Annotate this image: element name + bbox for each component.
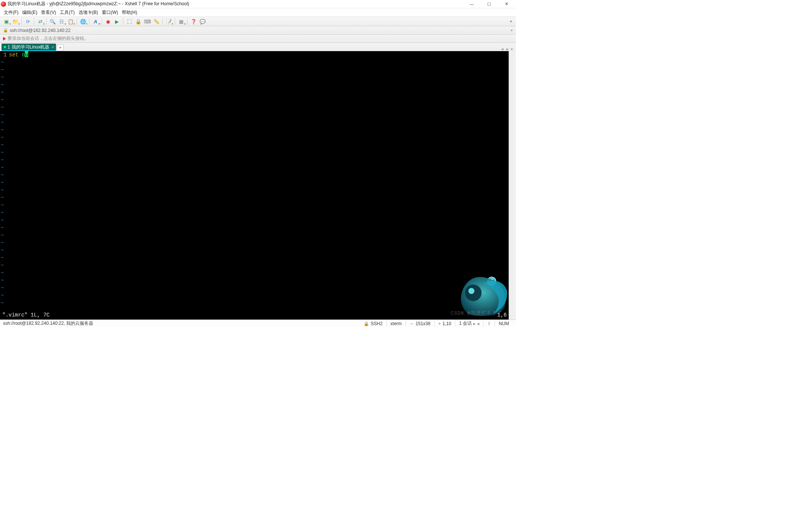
record-button[interactable]: ◉ bbox=[104, 18, 112, 25]
lock-icon: 🔒 bbox=[364, 321, 369, 326]
status-sessions: 1 会话 ▸ ◂ bbox=[455, 320, 483, 327]
separator bbox=[89, 18, 89, 25]
vim-tilde: ~ bbox=[0, 194, 509, 201]
line-number: 1 bbox=[0, 51, 9, 59]
new-session-button[interactable]: ▣ bbox=[2, 18, 11, 25]
vim-tilde: ~ bbox=[0, 59, 509, 66]
vim-tilde: ~ bbox=[0, 89, 509, 96]
terminal[interactable]: 1 set nu ~~~~~~~~~~~~~~~~~~~~~~~~~~~~~~~… bbox=[0, 51, 516, 320]
window-titlebar: 我的学习Linux机器 - yjh@iZ2ze95bg2jfpdmuwpmzwz… bbox=[0, 0, 516, 8]
terminal-cursor: u bbox=[25, 51, 28, 57]
vim-tilde: ~ bbox=[0, 119, 509, 126]
menu-bar: 文件(F) 编辑(E) 查看(V) 工具(T) 选项卡(B) 窗口(W) 帮助(… bbox=[0, 8, 516, 17]
terminal-line: 1 set nu bbox=[0, 51, 509, 59]
vim-tilde: ~ bbox=[0, 156, 509, 164]
vim-tilde: ~ bbox=[0, 126, 509, 134]
search-button[interactable]: 🔍 bbox=[48, 18, 57, 25]
add-tab-button[interactable]: + bbox=[57, 44, 64, 51]
status-sessions-label: 1 会话 bbox=[459, 320, 472, 327]
menu-file[interactable]: 文件(F) bbox=[4, 9, 18, 16]
script-button[interactable]: 📝 bbox=[165, 18, 173, 25]
watermark-text: CSDN @我摆烂不干了 bbox=[451, 310, 502, 317]
vim-tilde: ~ bbox=[0, 104, 509, 111]
tab-list-icon[interactable]: ▾ bbox=[511, 47, 513, 51]
flag-icon[interactable] bbox=[3, 37, 6, 41]
menu-tools[interactable]: 工具(T) bbox=[60, 9, 74, 16]
window-controls: — ▢ ✕ bbox=[463, 0, 515, 8]
status-size-label: 151x38 bbox=[416, 321, 430, 326]
hint-text: 要添加当前会话，点击左侧的箭头按钮。 bbox=[8, 35, 89, 42]
separator bbox=[77, 18, 77, 25]
vim-tilde: ~ bbox=[0, 141, 509, 149]
toolbar-overflow[interactable]: ▾ bbox=[509, 20, 514, 23]
menu-tabs[interactable]: 选项卡(B) bbox=[79, 9, 98, 16]
transfer-button[interactable]: ⇄ bbox=[36, 18, 44, 25]
vim-tilde: ~ bbox=[0, 81, 509, 89]
status-cursor-label: 1,10 bbox=[442, 321, 451, 326]
help-button[interactable]: ❓ bbox=[189, 18, 198, 25]
separator bbox=[175, 18, 175, 25]
close-button[interactable]: ✕ bbox=[498, 0, 515, 8]
vim-tilde: ~ bbox=[0, 149, 509, 156]
ime-indicator[interactable]: 英 bbox=[487, 277, 496, 286]
vim-tilde: ~ bbox=[0, 209, 509, 217]
session-tab[interactable]: 1 我的学习Linux机器 × bbox=[2, 44, 56, 51]
vim-tilde: ~ bbox=[0, 269, 509, 277]
separator bbox=[46, 18, 47, 25]
vim-tilde: ~ bbox=[0, 254, 509, 262]
play-button[interactable]: ▶ bbox=[113, 18, 121, 25]
status-protocol: 🔒 SSH2 bbox=[364, 320, 386, 327]
properties-button[interactable]: ☷ bbox=[58, 18, 66, 25]
maximize-button[interactable]: ▢ bbox=[480, 0, 498, 8]
tab-prev-icon[interactable]: ◄ bbox=[500, 47, 504, 51]
vim-file-info: ".vimrc" 1L, 7C bbox=[2, 311, 50, 319]
status-num: NUM bbox=[495, 320, 513, 327]
vim-tilde: ~ bbox=[0, 262, 509, 269]
separator bbox=[21, 18, 22, 25]
menu-edit[interactable]: 编辑(E) bbox=[22, 9, 37, 16]
status-dot-icon bbox=[4, 46, 6, 48]
ruler-button[interactable]: 📏 bbox=[152, 18, 161, 25]
vim-tilde: ~ bbox=[0, 232, 509, 239]
separator bbox=[123, 18, 123, 25]
status-size: ↔ 151x38 bbox=[406, 320, 434, 327]
menu-window[interactable]: 窗口(W) bbox=[102, 9, 118, 16]
lock-button[interactable]: 🔒 bbox=[134, 18, 142, 25]
address-bar[interactable]: 🔒 ssh://root@182.92.240.140:22 ▾ bbox=[0, 26, 516, 35]
hint-bar: 要添加当前会话，点击左侧的箭头按钮。 bbox=[0, 35, 516, 43]
reconnect-button[interactable]: ⟳ bbox=[24, 18, 32, 25]
vim-status-line: ".vimrc" 1L, 7C 1,6 bbox=[0, 311, 509, 320]
vim-tilde: ~ bbox=[0, 179, 509, 186]
tab-close-icon[interactable]: × bbox=[52, 45, 54, 49]
layout-button[interactable]: ▦ bbox=[177, 18, 185, 25]
separator bbox=[162, 18, 163, 25]
lock-icon: 🔒 bbox=[3, 28, 8, 33]
globe-button[interactable]: 🌐 bbox=[79, 18, 87, 25]
menu-view[interactable]: 查看(V) bbox=[41, 9, 56, 16]
vim-tilde: ~ bbox=[0, 292, 509, 299]
address-dropdown[interactable]: ▾ bbox=[511, 29, 513, 32]
separator bbox=[34, 18, 34, 25]
resize-icon: ↔ bbox=[410, 321, 414, 326]
font-button[interactable]: A bbox=[91, 18, 100, 25]
status-connection-label: ssh://root@182.92.240.140:22, 我的云服务器 bbox=[3, 320, 93, 327]
menu-help[interactable]: 帮助(H) bbox=[122, 9, 137, 16]
tab-index: 1 bbox=[8, 44, 10, 50]
copy-button[interactable]: 📋 bbox=[67, 18, 75, 25]
vim-tilde: ~ bbox=[0, 171, 509, 179]
separator bbox=[102, 18, 102, 25]
vim-tilde: ~ bbox=[0, 247, 509, 254]
minimize-button[interactable]: — bbox=[463, 0, 480, 8]
vim-tilde: ~ bbox=[0, 134, 509, 141]
vim-tilde: ~ bbox=[0, 239, 509, 247]
vim-tilde: ~ bbox=[0, 186, 509, 194]
keyboard-button[interactable]: ⌨ bbox=[143, 18, 151, 25]
vim-tilde: ~ bbox=[0, 74, 509, 81]
fullscreen-button[interactable]: ⛶ bbox=[125, 18, 133, 25]
vim-tilde: ~ bbox=[0, 299, 509, 307]
cursor-icon: ⌖ bbox=[438, 321, 441, 326]
open-folder-button[interactable]: 📁 bbox=[11, 18, 20, 25]
tab-next-icon[interactable]: ► bbox=[506, 47, 509, 51]
chat-button[interactable]: 💬 bbox=[198, 18, 207, 25]
vim-identifier: n bbox=[22, 51, 25, 59]
